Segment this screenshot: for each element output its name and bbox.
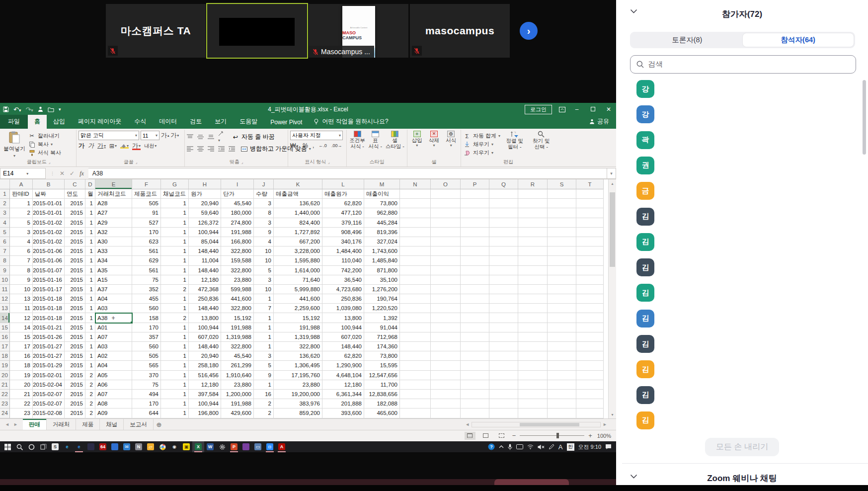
cell-N9[interactable] [400, 266, 431, 275]
cell-P16[interactable] [461, 332, 489, 342]
cell-E8[interactable]: A34 [95, 256, 132, 265]
cell-N11[interactable] [400, 285, 431, 294]
ime-latin-indicator[interactable]: A [558, 443, 563, 451]
cell-A20[interactable]: 19 [10, 371, 33, 380]
sort-filter-button[interactable]: ㄱ 정렬 및필터 - [502, 131, 527, 158]
cell-E1[interactable]: 거래처코드 [95, 189, 132, 199]
cell-G14[interactable]: 2 [161, 313, 189, 323]
cell-C7[interactable]: 2015 [65, 246, 85, 256]
cell-Q20[interactable] [489, 371, 518, 380]
sheet-nav-right-icon[interactable]: ► [13, 422, 18, 427]
cell-F11[interactable]: 352 [132, 285, 161, 294]
column-header-J[interactable]: J [254, 179, 274, 189]
cell-T7[interactable] [576, 246, 604, 256]
cell-E18[interactable]: A02 [95, 351, 132, 361]
cell-Q6[interactable] [489, 237, 518, 246]
cell-E19[interactable]: A04 [95, 361, 132, 370]
cell-G7[interactable]: 1 [161, 246, 189, 256]
cell-styles-button[interactable]: 셀스타일 - [386, 131, 404, 158]
cell-S2[interactable] [548, 199, 576, 208]
row-header-17[interactable]: 17 [0, 342, 10, 351]
cell-M9[interactable]: 871,800 [364, 266, 400, 275]
cell-H12[interactable]: 250,836 [189, 294, 221, 304]
normal-view-button[interactable] [465, 432, 475, 440]
cell-G13[interactable]: 1 [161, 304, 189, 313]
cell-S20[interactable] [548, 371, 576, 380]
cell-N14[interactable] [400, 313, 431, 323]
cell-E5[interactable]: A32 [95, 228, 132, 237]
italic-button[interactable]: 가 [88, 142, 94, 150]
cell-J11[interactable]: 10 [254, 285, 274, 294]
cell-J23[interactable]: 2 [254, 399, 274, 409]
cell-H6[interactable]: 85,044 [189, 237, 221, 246]
formula-bar-expand-icon[interactable]: ▾ [607, 168, 616, 179]
video-tile[interactable]: masocampus [410, 4, 510, 58]
cell-I5[interactable]: 191,988 [221, 228, 254, 237]
cell-T19[interactable] [576, 361, 604, 370]
cell-G11[interactable]: 2 [161, 285, 189, 294]
cell-F20[interactable]: 370 [132, 371, 161, 380]
taskbar-maps-icon[interactable]: ◉ [168, 441, 180, 452]
cell-P1[interactable] [461, 189, 489, 199]
cell-L12[interactable]: 250,836 [322, 294, 364, 304]
cell-Q11[interactable] [489, 285, 518, 294]
cell-S12[interactable] [548, 294, 576, 304]
cell-O24[interactable] [431, 409, 461, 418]
conditional-formatting-button[interactable]: 조건부서식 - [349, 131, 365, 158]
cell-B23[interactable]: 2015-02-07 [33, 399, 65, 409]
cell-R14[interactable] [518, 313, 548, 323]
cell-A10[interactable]: 9 [10, 275, 33, 285]
cell-K15[interactable]: 191,988 [274, 323, 322, 332]
cell-S24[interactable] [548, 409, 576, 418]
cell-K14[interactable]: 15,192 [274, 313, 322, 323]
cell-S5[interactable] [548, 228, 576, 237]
cell-M4[interactable]: 445,284 [364, 218, 400, 228]
lower-all-hands-button[interactable]: 모든 손 내리기 [705, 438, 779, 456]
customize-qat-icon[interactable]: ▾ [59, 107, 61, 112]
cell-A6[interactable]: 4 [10, 237, 33, 246]
taskbar-powerpoint-icon[interactable]: P [228, 441, 240, 452]
cell-K18[interactable]: 136,620 [274, 351, 322, 361]
cell-D12[interactable]: 1 [85, 294, 95, 304]
cell-D14[interactable]: 1 [85, 313, 95, 323]
cell-S13[interactable] [548, 304, 576, 313]
cell-B16[interactable]: 2015-01-26 [33, 332, 65, 342]
cell-T11[interactable] [576, 285, 604, 294]
cell-D1[interactable]: 월 [85, 189, 95, 199]
cell-B20[interactable]: 2015-02-01 [33, 371, 65, 380]
cell-H11[interactable]: 472,368 [189, 285, 221, 294]
cell-N10[interactable] [400, 275, 431, 285]
cell-L22[interactable]: 6,361,344 [322, 390, 364, 399]
cell-E13[interactable]: A03 [95, 304, 132, 313]
save-icon[interactable] [3, 106, 9, 112]
cell-R13[interactable] [518, 304, 548, 313]
row-header-23[interactable]: 23 [0, 399, 10, 409]
cell-J14[interactable]: 1 [254, 313, 274, 323]
cell-I2[interactable]: 45,540 [221, 199, 254, 208]
cell-R17[interactable] [518, 342, 548, 351]
cell-C6[interactable]: 2015 [65, 237, 85, 246]
column-header-M[interactable]: M [364, 179, 400, 189]
cell-O18[interactable] [431, 351, 461, 361]
cell-L19[interactable]: 1,290,900 [322, 361, 364, 370]
ime-korean-indicator[interactable]: 한 [567, 443, 574, 451]
cell-F1[interactable]: 제품코드 [132, 189, 161, 199]
row-header-13[interactable]: 13 [0, 304, 10, 313]
cell-J5[interactable]: 9 [254, 228, 274, 237]
cell-D13[interactable]: 1 [85, 304, 95, 313]
cell-T12[interactable] [576, 294, 604, 304]
participant-row[interactable]: 김 [636, 310, 845, 327]
cell-E11[interactable]: A37 [95, 285, 132, 294]
cell-C17[interactable]: 2015 [65, 342, 85, 351]
cell-I9[interactable]: 322,800 [221, 266, 254, 275]
cell-D6[interactable]: 1 [85, 237, 95, 246]
orientation-icon[interactable]: ▾ [218, 131, 225, 143]
cell-J2[interactable]: 3 [254, 199, 274, 208]
pen-icon[interactable] [549, 444, 554, 450]
cell-R9[interactable] [518, 266, 548, 275]
cell-A13[interactable]: 11 [10, 304, 33, 313]
cell-F12[interactable]: 455 [132, 294, 161, 304]
cell-N12[interactable] [400, 294, 431, 304]
cell-B5[interactable]: 2015-01-02 [33, 228, 65, 237]
cell-I4[interactable]: 274,800 [221, 218, 254, 228]
